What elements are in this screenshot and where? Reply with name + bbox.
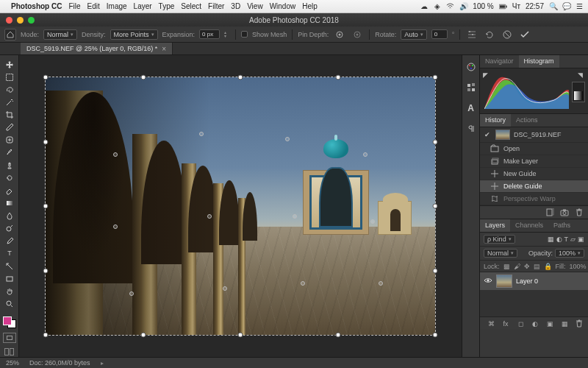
- channels-tab[interactable]: Channels: [510, 219, 548, 232]
- zoom-tool[interactable]: [1, 297, 18, 310]
- color-swatches[interactable]: [1, 315, 18, 330]
- menu-help[interactable]: Help: [302, 2, 318, 10]
- puppet-pin[interactable]: [199, 132, 204, 136]
- history-item[interactable]: Perspective Warp: [480, 193, 588, 205]
- cancel-icon[interactable]: [501, 29, 514, 40]
- transform-handle[interactable]: [43, 333, 49, 338]
- delete-layer-icon[interactable]: [575, 319, 584, 328]
- navigator-tab[interactable]: Navigator: [480, 55, 519, 68]
- create-document-icon[interactable]: [545, 208, 554, 217]
- status-menu-icon[interactable]: ▸: [101, 360, 104, 367]
- home-icon[interactable]: [4, 29, 16, 40]
- menu-window[interactable]: Window: [270, 2, 296, 10]
- document-tab[interactable]: DSC_5919.NEF @ 25% (Layer 0, RGB/16) * ×: [21, 43, 173, 54]
- dropbox-icon[interactable]: ◈: [433, 2, 441, 10]
- filter-pixel-icon[interactable]: ▦: [548, 236, 554, 243]
- menu-image[interactable]: Image: [107, 2, 127, 10]
- character-panel-icon[interactable]: A: [465, 102, 477, 114]
- canvas-area[interactable]: [19, 55, 462, 357]
- gradient-tool[interactable]: [1, 197, 18, 209]
- history-brush-tool[interactable]: [1, 171, 18, 184]
- pen-tool[interactable]: [1, 235, 18, 247]
- lock-image-icon[interactable]: 🖌: [514, 262, 520, 270]
- puppet-pin[interactable]: [285, 137, 290, 141]
- swatches-panel-icon[interactable]: [465, 82, 477, 93]
- battery-icon[interactable]: [499, 2, 507, 10]
- fill-input[interactable]: 100%: [570, 263, 587, 270]
- rectangle-tool[interactable]: [1, 272, 18, 285]
- expansion-input[interactable]: 0 px: [199, 29, 220, 39]
- crop-tool[interactable]: [1, 109, 18, 121]
- transform-handle[interactable]: [335, 333, 340, 338]
- pin-backward-icon[interactable]: [351, 29, 364, 40]
- menu-edit[interactable]: Edit: [87, 2, 100, 10]
- window-close-button[interactable]: [6, 17, 12, 24]
- lock-position-icon[interactable]: ✥: [524, 262, 530, 270]
- history-snapshot[interactable]: ✔ DSC_5919.NEF: [480, 127, 588, 143]
- lock-artboard-icon[interactable]: ▤: [534, 262, 540, 270]
- layers-tab[interactable]: Layers: [480, 219, 510, 232]
- app-menu[interactable]: Photoshop CC: [11, 2, 62, 10]
- menu-filter[interactable]: Filter: [208, 2, 224, 10]
- magic-wand-tool[interactable]: [1, 96, 18, 108]
- doc-size[interactable]: Doc: 260,0M/0 bytes: [29, 359, 90, 367]
- puppet-pin[interactable]: [301, 281, 305, 286]
- messenger-icon[interactable]: 💬: [562, 2, 570, 10]
- type-tool[interactable]: T: [1, 247, 18, 260]
- filter-adjust-icon[interactable]: ◐: [556, 236, 562, 243]
- blend-mode-select[interactable]: Normal: [484, 249, 517, 258]
- menu-layer[interactable]: Layer: [134, 2, 152, 10]
- history-item[interactable]: Delete Guide: [480, 180, 588, 193]
- transform-handle[interactable]: [433, 75, 438, 80]
- paragraph-panel-icon[interactable]: [465, 123, 477, 135]
- new-layer-icon[interactable]: ▦: [560, 319, 569, 328]
- menu-3d[interactable]: 3D: [231, 2, 240, 10]
- remove-pins-icon[interactable]: [465, 29, 478, 40]
- transform-handle[interactable]: [43, 268, 49, 273]
- hand-tool[interactable]: [1, 285, 18, 297]
- puppet-pin[interactable]: [370, 219, 375, 224]
- menu-view[interactable]: View: [247, 2, 263, 10]
- eraser-tool[interactable]: [1, 184, 18, 197]
- eyedropper-tool[interactable]: [1, 121, 18, 134]
- puppet-pin[interactable]: [293, 214, 297, 219]
- transform-handle[interactable]: [335, 75, 340, 80]
- lasso-tool[interactable]: [1, 83, 18, 96]
- layer-row[interactable]: Layer 0: [480, 272, 588, 290]
- puppet-pin[interactable]: [129, 291, 134, 296]
- volume-icon[interactable]: 🔊: [459, 2, 467, 10]
- menu-type[interactable]: Type: [159, 2, 175, 10]
- menubar-day[interactable]: Чт: [512, 2, 520, 10]
- visibility-icon[interactable]: [484, 277, 492, 286]
- close-tab-icon[interactable]: ×: [162, 45, 166, 53]
- history-item[interactable]: Open: [480, 143, 588, 155]
- layer-style-icon[interactable]: fx: [501, 319, 510, 328]
- layer-name[interactable]: Layer 0: [516, 277, 538, 285]
- pin-forward-icon[interactable]: [333, 29, 346, 40]
- opacity-input[interactable]: 100%: [555, 249, 584, 258]
- puppet-pin[interactable]: [223, 286, 227, 291]
- blur-tool[interactable]: [1, 210, 18, 222]
- transform-handle[interactable]: [140, 75, 146, 80]
- spotlight-icon[interactable]: 🔍: [549, 2, 557, 10]
- history-tab[interactable]: History: [480, 114, 511, 127]
- menubar-clock[interactable]: 22:57: [526, 2, 544, 10]
- show-mesh-checkbox[interactable]: [241, 31, 248, 38]
- mode-select[interactable]: Normal: [43, 29, 77, 40]
- clone-stamp-tool[interactable]: [1, 159, 18, 171]
- actions-tab[interactable]: Actions: [511, 114, 543, 127]
- brush-tool[interactable]: [1, 146, 18, 159]
- transform-handle[interactable]: [433, 268, 438, 273]
- transform-handle[interactable]: [433, 139, 438, 144]
- menu-file[interactable]: File: [68, 2, 80, 10]
- group-icon[interactable]: ▣: [545, 319, 554, 328]
- filter-type-icon[interactable]: T: [564, 236, 569, 243]
- puppet-pin[interactable]: [207, 214, 212, 219]
- adjustment-layer-icon[interactable]: ◐: [531, 319, 539, 328]
- layer-mask-icon[interactable]: ◻: [516, 319, 525, 328]
- transform-handle[interactable]: [43, 139, 49, 144]
- filter-shape-icon[interactable]: ▱: [570, 236, 576, 243]
- quick-mask-button[interactable]: [3, 333, 16, 342]
- puppet-pin[interactable]: [113, 224, 118, 229]
- transform-handle[interactable]: [238, 75, 243, 80]
